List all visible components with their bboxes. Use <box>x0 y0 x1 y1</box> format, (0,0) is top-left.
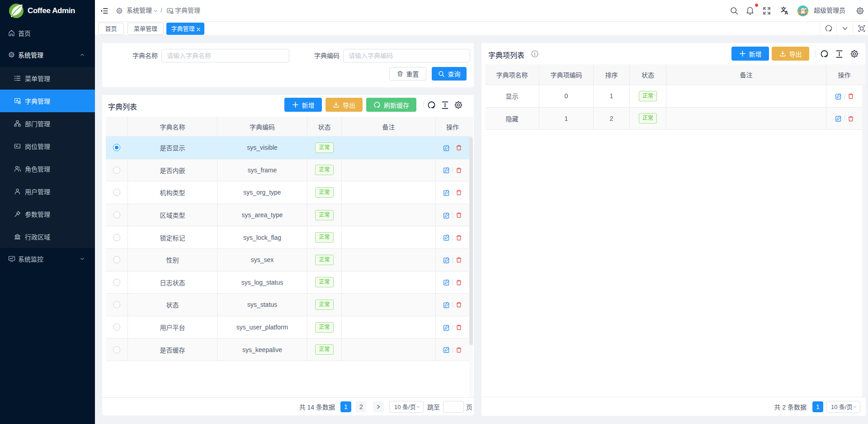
svg-text:A: A <box>785 10 788 15</box>
